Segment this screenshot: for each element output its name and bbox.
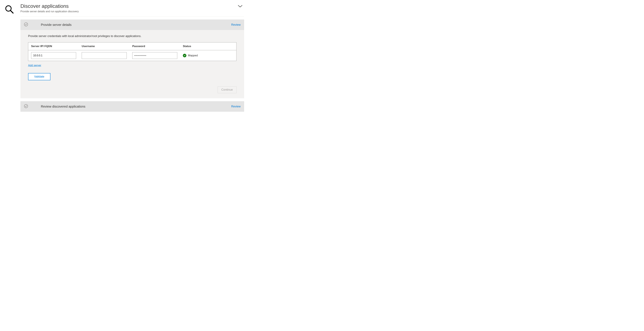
server-ip-input[interactable] [31, 52, 76, 59]
column-header-username: Username [82, 45, 132, 48]
add-server-link[interactable]: Add server [28, 64, 41, 67]
section-title: Provide server details [41, 23, 231, 27]
column-header-ip: Server IP/ FQDN [31, 45, 82, 48]
table-row: ••••••••••• Mapped [28, 50, 236, 61]
check-success-icon [183, 54, 186, 57]
review-link[interactable]: Review [231, 105, 240, 108]
username-input[interactable] [82, 52, 127, 59]
check-circle-icon [24, 104, 28, 109]
chevron-down-icon[interactable] [238, 5, 242, 8]
section-provide-server-details: Provide server details Review Provide se… [20, 20, 244, 98]
instruction-text: Provide server credentials with local ad… [28, 34, 236, 38]
validate-button[interactable]: Validate [28, 73, 50, 80]
column-header-status: Status [183, 45, 234, 48]
page-subtitle: Provide server details and run applicati… [20, 10, 79, 13]
section-title: Review discovered applications [41, 105, 231, 108]
section-review-discovered-applications: Review discovered applications Review [20, 101, 244, 112]
status-badge: Mapped [183, 54, 230, 57]
svg-point-3 [24, 104, 28, 108]
column-header-password: Password [132, 45, 183, 48]
svg-line-1 [10, 10, 13, 13]
status-label: Mapped [188, 54, 198, 57]
search-icon [5, 3, 14, 114]
server-table: Server IP/ FQDN Username Password Status [28, 42, 236, 61]
page-title: Discover applications [20, 3, 79, 9]
password-input[interactable]: ••••••••••• [132, 52, 177, 59]
continue-button: Continue [218, 86, 236, 93]
svg-point-2 [24, 23, 28, 26]
review-link[interactable]: Review [231, 23, 240, 26]
check-circle-icon [24, 22, 28, 27]
